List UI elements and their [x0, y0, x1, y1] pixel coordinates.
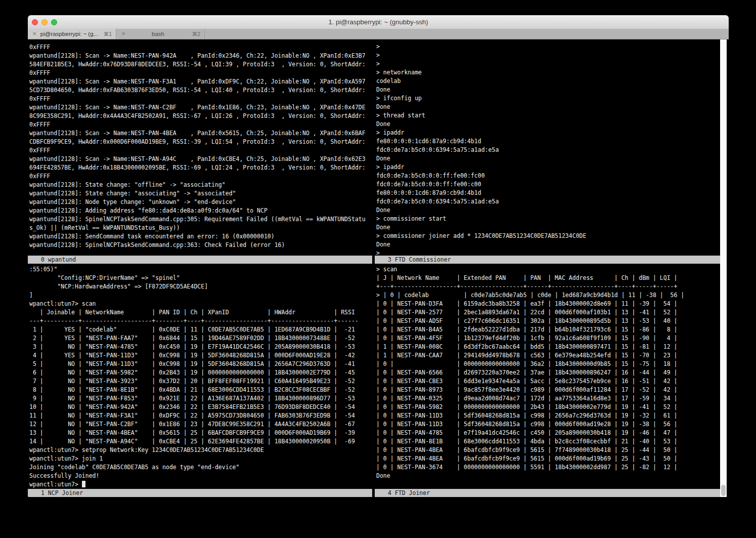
- terminal-line: | 0 | NEST-PAN-0325 | d9eaa2d008d74ac7 |…: [376, 394, 729, 403]
- desktop-background: 1. pi@raspberrypi: ~ (gnubby-ssh) ✕ pi@r…: [0, 0, 756, 538]
- tmux-session: 0xFFFFwpantund[2128]: Scan -> Name:NEST-…: [28, 39, 729, 498]
- terminal-line: | 0 | NEST-PAN-AD5F | c27f7c606dc16351 |…: [376, 317, 729, 325]
- terminal-line: fe80:0:0:0:1cd6:87a9:cb9d:4b1d: [376, 137, 729, 146]
- terminal-line: wpantund[2128]: Scan -> Name:NEST-PAN-A9…: [29, 155, 372, 163]
- close-tab-icon[interactable]: ✕: [121, 29, 125, 39]
- tab-shortcut: ⌘1: [104, 29, 112, 39]
- terminal-line: | 0 | NEST-PAN-11D3 | 5df36048268d815a |…: [376, 420, 729, 429]
- terminal-line: | 0 | NEST-PAN-6566 | d26973220a370ee2 |…: [376, 368, 729, 377]
- terminal-line: fe80:0:0:0:1cd6:87a9:cb9d:4b1d: [376, 189, 729, 197]
- close-tab-icon[interactable]: ✕: [32, 29, 36, 39]
- pane-ftd-commissioner-output: >>>> networknamecodelabDone> ifconfig up…: [375, 39, 729, 256]
- pane-ftd-joiner[interactable]: > scan| J | Network Name | Extended PAN …: [375, 264, 729, 489]
- terminal-line: wpanctl:utun7> scan: [29, 300, 372, 308]
- terminal-line: codelab: [376, 77, 729, 86]
- terminal-line: 5CD73D804650, HwAddr:0xFAB6303B76F3ED50,…: [29, 86, 372, 95]
- terminal-line: Done: [376, 472, 729, 480]
- terminal-line: 12 | NO | "NEST-PAN-C2BF" | 0x1E86 | 23 …: [29, 420, 372, 429]
- terminal-line: 0xFFFF: [29, 69, 372, 77]
- terminal-line: 7 | NO | "NEST-PAN-3923" | 0x37D2 | 20 |…: [29, 377, 372, 386]
- terminal-line: Done: [376, 240, 729, 249]
- terminal-line: wpantund[2128]: State change: "associati…: [29, 189, 372, 198]
- pane-wpantund[interactable]: 0xFFFFwpantund[2128]: Scan -> Name:NEST-…: [28, 39, 372, 256]
- terminal-line: wpantund[2128]: Adding address "fe80::da…: [29, 206, 372, 215]
- scrollbar-track[interactable]: [720, 39, 727, 497]
- terminal-line: 13 | NO | "NEST-PAN-4BEA" | 0x5615 | 25 …: [29, 429, 372, 437]
- terminal-line: 10 | NO | "NEST-PAN-942A" | 0x2346 | 22 …: [29, 403, 372, 411]
- pane-ftd-joiner-output: > scan| J | Network Name | Extended PAN …: [375, 264, 729, 480]
- terminal-line: wpantund[2128]: Scan -> Name:NEST-PAN-C2…: [29, 103, 372, 112]
- terminal-line: +---+------------------+----------------…: [376, 282, 729, 291]
- terminal-line: wpantund[2128]: Scan -> Name:NEST-PAN-F3…: [29, 77, 372, 86]
- terminal-line: > | 0 | codelab | c0de7ab5c0de7ab5 | c0d…: [376, 291, 729, 300]
- pane-ftd-commissioner[interactable]: >>>> networknamecodelabDone> ifconfig up…: [375, 39, 729, 256]
- terminal-line: >: [376, 60, 729, 68]
- terminal-line: | 0 | NEST-PAN-8E1B | 68e3006cdd411553 |…: [376, 437, 729, 446]
- terminal-line: wpantund[2128]: Scan -> Name:NEST-PAN-94…: [29, 52, 372, 60]
- window-titlebar[interactable]: 1. pi@raspberrypi: ~ (gnubby-ssh): [28, 15, 729, 29]
- terminal-line: 5 | NO | "NEST-PAN-11D3" | 0xC998 | 19 |…: [29, 360, 372, 368]
- terminal-line: 0xFFFF: [29, 172, 372, 181]
- terminal-line: s_Ok) || (mRetVal == kWPANTUNDStatus_Bus…: [29, 224, 372, 232]
- terminal-line: > ipaddr: [376, 163, 729, 172]
- scrollbar-thumb[interactable]: [721, 485, 726, 496]
- tab-bar: ✕ pi@raspberrypi: ~ (g... ⌘1 ✕ bash ⌘2: [28, 29, 729, 39]
- terminal-line: "Config:NCP:DriverName" => "spinel": [29, 274, 372, 282]
- terminal-line: > commissioner start: [376, 215, 729, 223]
- terminal-line: Done: [376, 223, 729, 232]
- terminal-line: wpanctl:utun7> join 1: [29, 454, 372, 463]
- terminal-line: CDBFCB9F9CE9, HwAddr:0x000D6F000AD19BE9,…: [29, 138, 372, 146]
- terminal-line: wpantund[2128]: State change: "offline" …: [29, 181, 372, 189]
- tab-label: pi@raspberrypi: ~ (g...: [40, 29, 99, 39]
- terminal-line: Done: [376, 206, 729, 215]
- terminal-line: | 0 | NEST-PAN-4BEA | 6bafcdbfcb9f9ce9 |…: [376, 454, 729, 463]
- terminal-line: | 1 | NEST-PAN-008C | 6d3df2bc67aabc64 |…: [376, 343, 729, 351]
- pane-ncp-joiner[interactable]: :55:05)" "Config:NCP:DriverName" => "spi…: [28, 264, 372, 489]
- terminal-line: 0xFFFF: [29, 120, 372, 129]
- terminal-line: 3 | NO | "NEST-PAN-4785" | 0xC450 | 19 |…: [29, 343, 372, 351]
- terminal-line: 584EFB21B5E3, HwAddr:0x76D93D8F8DEDCEE3,…: [29, 60, 372, 69]
- terminal-line: 9 | NO | "NEST-PAN-F853" | 0x921E | 22 |…: [29, 394, 372, 403]
- terminal-line: ---+----------+--------------------+----…: [29, 317, 372, 325]
- pane-title-ftd-commissioner: 3 FTD Commissioner: [375, 256, 720, 264]
- terminal-line: | 0 | NEST-PAN-CBE3 | 6dd3e1e9347e4a5a |…: [376, 377, 729, 386]
- terminal-line: | J | Network Name | Extended PAN | PAN …: [376, 274, 729, 282]
- terminal-window: 1. pi@raspberrypi: ~ (gnubby-ssh) ✕ pi@r…: [28, 15, 729, 498]
- terminal-line: >: [376, 43, 729, 51]
- terminal-line: | 0 | NEST-PAN-11D3 | 5df36048268d815a |…: [376, 411, 729, 420]
- terminal-line: 2 | YES | "NEST-PAN-FAA7" | 0x6844 | 15 …: [29, 334, 372, 343]
- terminal-line: wpantund[2128]: SpinelNCPTaskSendCommand…: [29, 241, 372, 250]
- pane-title-ncp-joiner: 1 NCP Joiner: [28, 489, 372, 497]
- tab-ssh-session[interactable]: ✕ pi@raspberrypi: ~ (g... ⌘1: [28, 29, 116, 39]
- terminal-line: > commissioner joiner add * 1234C0DE7AB5…: [376, 232, 729, 240]
- terminal-line: Successfully Joined!: [29, 472, 372, 480]
- terminal-line: | 0 | NEST-PAN-4785 | e7f19a41dc42546c |…: [376, 429, 729, 437]
- terminal-line: wpantund[2128]: SpinelNCPTaskSendCommand…: [29, 215, 372, 224]
- terminal-line: 4 | YES | "NEST-PAN-11D3" | 0xC998 | 19 …: [29, 351, 372, 360]
- terminal-line: | 0 | NEST-PAN-8973 | 9ac857f8ee3e4420 |…: [376, 386, 729, 394]
- terminal-line: > ifconfig up: [376, 94, 729, 103]
- terminal-line: > scan: [376, 265, 729, 274]
- terminal-line: 8C99E358C291, HwAddr:0x4A4A3C4FB2502A91,…: [29, 112, 372, 120]
- terminal-line: 6 | NO | "NEST-PAN-5982" | 0x2B43 | 19 |…: [29, 368, 372, 377]
- terminal-line: 11 | NO | "NEST-PAN-F3A1" | 0xDF9C | 22 …: [29, 411, 372, 420]
- terminal-line: 1 | YES | "codelab" | 0xC0DE | 11 | C0DE…: [29, 325, 372, 334]
- terminal-line: Done: [376, 103, 729, 111]
- terminal-line: ]: [29, 291, 372, 300]
- terminal-line: >: [376, 249, 729, 256]
- tab-shortcut: ⌘2: [192, 29, 200, 39]
- terminal-line: fdc0:de7a:b5c0:0:6394:5a75:a1ad:e5a: [376, 197, 729, 206]
- terminal-line: | 1 | NEST-PAN-CAA7 | 294149dd4978b678 |…: [376, 351, 729, 360]
- tab-bash[interactable]: ✕ bash ⌘2: [117, 29, 205, 39]
- terminal-line: | 0 | NEST-PAN-2577 | 2bec1a8893da67a1 |…: [376, 308, 729, 317]
- pane-title-wpantund: 0 wpantund: [28, 256, 372, 264]
- terminal-line: | 0 | NEST-PAN-D3FA | 6159adc3ba8b3258 |…: [376, 300, 729, 308]
- terminal-line: | 0 | NEST-PAN-B4A5 | 2fdeab52227d1dba |…: [376, 325, 729, 334]
- terminal-line: 694FE42857BE, HwAddr:0x18B43000002095BE,…: [29, 163, 372, 172]
- terminal-line: | 0 | NEST-PAN-3674 | 0000000000000000 |…: [376, 463, 729, 472]
- terminal-line: wpantund[2128]: SendCommand task encount…: [29, 232, 372, 241]
- terminal-line: 0xFFFF: [29, 95, 372, 103]
- terminal-line: | 0 | NEST-PAN-5982 | 0000000000000000 |…: [376, 403, 729, 411]
- terminal-line: | 0 | | 0000000000000000 | 36a2 | 18b430…: [376, 360, 729, 368]
- terminal-line: wpanctl:utun7> setprop Network:Key 1234C…: [29, 446, 372, 454]
